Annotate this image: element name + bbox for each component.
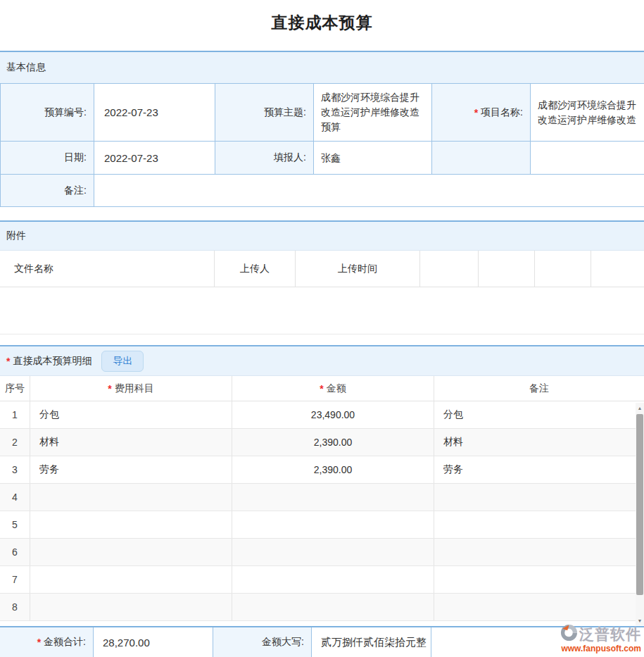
attachments-section-header: 附件 (0, 220, 644, 251)
row-subject (30, 484, 232, 511)
detail-col-remark: 备注 (434, 376, 644, 401)
row-remark (434, 566, 644, 593)
row-subject: 劳务 (30, 456, 232, 483)
detail-row-8: 8 (0, 594, 644, 621)
watermark-url: www.fanpusoft.com (543, 644, 641, 653)
date-label: 日期: (1, 142, 94, 175)
empty-label-cell (432, 142, 531, 175)
basic-info-form: 预算编号: 2022-07-23 预算主题: 成都沙河环境综合提升改造运河护岸维… (0, 83, 644, 207)
detail-col-amount-text: 金额 (327, 382, 346, 395)
attachments-col-file-name: 文件名称 (0, 251, 215, 287)
required-asterisk: * (474, 107, 478, 118)
scroll-up-icon[interactable]: ▲ (636, 403, 644, 413)
row-remark: 劳务 (434, 456, 644, 483)
attachments-col-empty-2 (479, 251, 535, 287)
detail-col-amount: * 金额 (232, 376, 434, 401)
row-remark (434, 539, 644, 565)
row-amount: 2,390.00 (232, 456, 434, 483)
row-index: 4 (0, 484, 30, 511)
row-index: 8 (0, 594, 30, 620)
fanpu-logo-icon (560, 624, 578, 644)
row-remark: 分包 (434, 401, 644, 428)
budget-no-value: 2022-07-23 (94, 84, 215, 142)
row-subject (30, 511, 232, 538)
row-subject: 分包 (30, 401, 232, 428)
detail-row-1: 1 分包 23,490.00 分包 (0, 401, 644, 429)
attachments-empty-body (0, 287, 644, 334)
attachments-col-empty-3 (535, 251, 591, 287)
row-amount: 2,390.00 (232, 429, 434, 456)
row-amount (232, 484, 434, 511)
row-index: 5 (0, 511, 30, 538)
amount-in-words-label: 金额大写: (213, 627, 312, 657)
detail-section: * 直接成本预算明细 导出 序号 * 费用科目 * 金额 备注 1 分包 23,… (0, 345, 644, 621)
row-index: 2 (0, 429, 30, 456)
detail-section-title: 直接成本预算明细 (13, 355, 91, 368)
total-amount-value: 28,270.00 (94, 627, 213, 657)
scrollbar-thumb[interactable] (636, 414, 643, 595)
date-value: 2022-07-23 (94, 142, 215, 175)
basic-info-section-title: 基本信息 (6, 61, 46, 74)
detail-row-4: 4 (0, 484, 644, 511)
row-subject: 材料 (30, 429, 232, 456)
page-title: 直接成本预算 (0, 12, 644, 34)
row-remark (434, 511, 644, 538)
direct-cost-budget-page: 直接成本预算 基本信息 预算编号: 2022-07-23 预算主题: 成都沙河环… (0, 0, 644, 657)
detail-row-6: 6 (0, 539, 644, 566)
required-asterisk: * (6, 356, 10, 367)
budget-no-label: 预算编号: (1, 84, 94, 142)
detail-row-2: 2 材料 2,390.00 材料 (0, 429, 644, 456)
basic-info-section: 基本信息 预算编号: 2022-07-23 预算主题: 成都沙河环境综合提升改造… (0, 51, 644, 207)
total-amount-label-text: 金额合计: (44, 636, 86, 649)
row-subject (30, 566, 232, 593)
filler-label: 填报人: (215, 142, 314, 175)
required-asterisk: * (37, 637, 41, 648)
budget-subject-label: 预算主题: (215, 84, 314, 142)
attachments-section-title: 附件 (6, 230, 26, 242)
basic-info-section-header: 基本信息 (0, 51, 644, 83)
project-name-label: * 项目名称: (432, 84, 531, 142)
detail-table-scrollbar[interactable]: ▲ ▼ (636, 403, 644, 625)
attachments-col-upload-time: 上传时间 (296, 251, 420, 287)
row-amount (232, 539, 434, 565)
empty-value-cell (531, 142, 644, 175)
export-button[interactable]: 导出 (101, 351, 144, 372)
attachments-section: 附件 文件名称 上传人 上传时间 (0, 220, 644, 334)
remark-value (94, 175, 644, 207)
detail-col-subject: * 费用科目 (30, 376, 232, 401)
row-index: 7 (0, 566, 30, 593)
attachments-col-empty-4 (591, 251, 644, 287)
detail-table-header: 序号 * 费用科目 * 金额 备注 (0, 376, 644, 401)
row-subject (30, 594, 232, 620)
row-amount (232, 566, 434, 593)
project-name-value: 成都沙河环境综合提升改造运河护岸维修改造 (531, 84, 644, 142)
remark-label: 备注: (1, 175, 94, 207)
row-amount (232, 594, 434, 620)
row-index: 6 (0, 539, 30, 565)
amount-in-words-value: 贰万捌仟贰佰柒拾元整 (312, 627, 431, 657)
row-remark: 材料 (434, 429, 644, 456)
row-index: 3 (0, 456, 30, 483)
detail-row-5: 5 (0, 511, 644, 539)
attachments-col-empty-1 (420, 251, 479, 287)
total-amount-label: * 金额合计: (0, 627, 94, 657)
attachments-col-uploader: 上传人 (215, 251, 296, 287)
row-remark (434, 594, 644, 620)
detail-col-index: 序号 (0, 376, 30, 401)
filler-value: 张鑫 (314, 142, 432, 175)
row-subject (30, 539, 232, 565)
detail-col-subject-text: 费用科目 (115, 382, 154, 395)
row-index: 1 (0, 401, 30, 428)
required-asterisk: * (320, 383, 323, 394)
required-asterisk: * (108, 383, 111, 394)
budget-subject-value: 成都沙河环境综合提升改造运河护岸维修改造预算 (314, 84, 432, 142)
attachments-table-header: 文件名称 上传人 上传时间 (0, 251, 644, 287)
project-name-label-text: 项目名称: (481, 106, 523, 119)
row-amount (232, 511, 434, 538)
row-amount: 23,490.00 (232, 401, 434, 428)
detail-section-header: * 直接成本预算明细 导出 (0, 345, 644, 376)
detail-row-3: 3 劳务 2,390.00 劳务 (0, 456, 644, 484)
row-remark (434, 484, 644, 511)
detail-row-7: 7 (0, 566, 644, 594)
vendor-watermark: 泛普软件 www.fanpusoft.com (543, 624, 641, 653)
